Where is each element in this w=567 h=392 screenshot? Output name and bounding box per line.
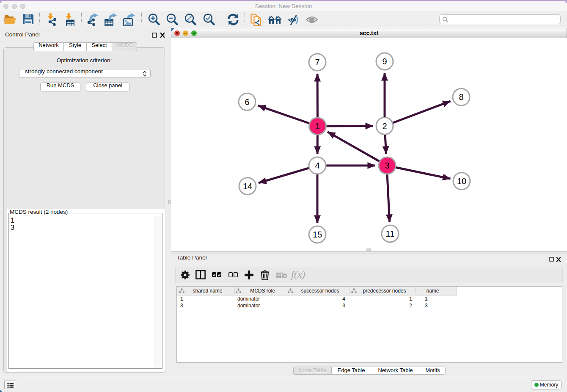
svg-text:7: 7 [315,58,319,67]
svg-text:11: 11 [386,229,395,238]
svg-text:4: 4 [315,161,319,170]
svg-text:9: 9 [382,57,387,66]
svg-text:1: 1 [315,121,320,131]
svg-text:3: 3 [385,161,389,170]
svg-text:14: 14 [243,182,252,191]
svg-text:10: 10 [457,177,466,186]
svg-text:15: 15 [313,230,322,239]
svg-text:8: 8 [459,92,463,102]
svg-text:2: 2 [382,121,387,131]
svg-text:6: 6 [245,97,249,107]
